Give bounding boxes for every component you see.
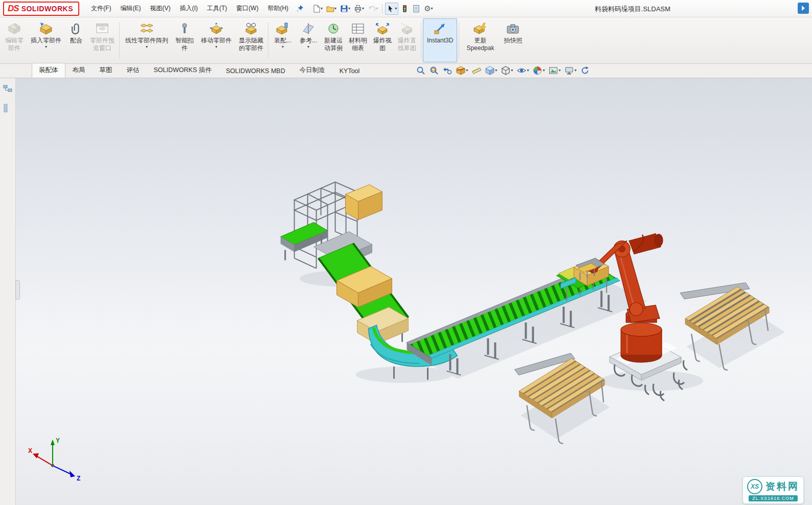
rebuild-button[interactable]: [399, 3, 410, 15]
file-properties-button[interactable]: [411, 3, 422, 15]
dropdown-caret-icon: ▾: [321, 7, 323, 11]
edit-appearance-button[interactable]: ▾: [532, 65, 546, 76]
ribbon-separator: [459, 22, 459, 58]
tab-solidworks-addins[interactable]: SOLIDWORKS 插件: [147, 63, 219, 78]
graphics-viewport[interactable]: X Y Z XS 资料网 ZL.XS1616.COM: [16, 78, 812, 505]
infeed-conveyor[interactable]: [281, 222, 328, 260]
new-document-button[interactable]: ▾: [311, 3, 324, 15]
watermark-url: ZL.XS1616.COM: [749, 495, 798, 501]
apply-scene-button[interactable]: ▾: [548, 65, 561, 76]
menu-help[interactable]: 帮助(H): [263, 2, 293, 15]
menu-file[interactable]: 文件(F): [86, 2, 116, 15]
toolbar-separator: [382, 4, 382, 13]
feature-tree-icon[interactable]: [2, 83, 13, 96]
explode-line-sketch-icon: [400, 22, 414, 35]
bag-on-lift[interactable]: [346, 185, 382, 220]
assembly-features-button[interactable]: 装配... ▾: [270, 18, 296, 62]
print-button[interactable]: ▾: [352, 3, 366, 15]
hide-show-items-button[interactable]: ▾: [516, 65, 530, 76]
bill-of-materials-button[interactable]: 材料明细表: [346, 18, 370, 62]
solidworks-logo-text: SOLIDWORKS: [21, 5, 73, 13]
dropdown-caret-icon: ▾: [334, 7, 336, 11]
undo-button: ▾: [366, 3, 379, 15]
watermark-title: 资料网: [765, 480, 799, 493]
reference-geometry-button[interactable]: 参考... ▾: [296, 18, 321, 62]
quick-access-toolbar: ▾ ▾ ▾ ▾ ▾ ▾: [311, 3, 435, 15]
display-pane-icon[interactable]: [2, 102, 13, 115]
menu-window[interactable]: 窗口(W): [232, 2, 263, 15]
origin-triad: X Y Z: [28, 437, 80, 482]
watermark: XS 资料网 ZL.XS1616.COM: [742, 476, 804, 504]
open-document-button[interactable]: ▾: [325, 3, 338, 15]
mate-button[interactable]: 配合: [65, 18, 87, 62]
linear-component-pattern-button[interactable]: 线性零部件阵列 ▾: [121, 18, 172, 62]
dropdown-caret-icon: ▾: [495, 68, 497, 73]
mate-paperclip-icon: [70, 22, 83, 35]
menu-insert[interactable]: 插入(I): [175, 2, 202, 15]
tab-assembly[interactable]: 装配体: [32, 63, 65, 78]
update-speedpak-button[interactable]: 更新Speedpak: [461, 18, 500, 62]
zoom-fit-button[interactable]: [415, 65, 426, 76]
dropdown-caret-icon: ▾: [574, 68, 576, 73]
speedpak-icon: [473, 22, 487, 35]
assembly-3d-scene[interactable]: X Y Z: [16, 78, 812, 505]
instant3d-button[interactable]: Instant3D: [423, 18, 457, 62]
component-preview-window-button: 零部件预览窗口: [87, 18, 118, 62]
take-snapshot-button[interactable]: 拍快照: [500, 18, 526, 62]
show-hidden-components-icon: [244, 22, 258, 35]
exploded-view-icon: [376, 22, 389, 35]
expand-panel-icon[interactable]: [798, 3, 809, 14]
pin-menu-icon[interactable]: [296, 5, 304, 12]
options-button[interactable]: ⚙ ▾: [422, 3, 434, 14]
dropdown-caret-icon: ▾: [307, 45, 309, 49]
view-settings-button[interactable]: ▾: [563, 65, 577, 76]
tab-sketch[interactable]: 草图: [93, 63, 120, 78]
assembly-features-icon: [276, 22, 289, 35]
solidworks-window: DS SOLIDWORKS 文件(F) 编辑(E) 视图(V) 插入(I) 工具…: [0, 0, 812, 505]
exploded-view-button[interactable]: 爆炸视图: [370, 18, 395, 62]
title-bar: DS SOLIDWORKS 文件(F) 编辑(E) 视图(V) 插入(I) 工具…: [0, 0, 812, 17]
triad-z-label: Z: [77, 475, 80, 482]
gear-icon: ⚙: [424, 5, 431, 12]
ribbon-separator: [119, 22, 120, 58]
solidworks-logo: DS SOLIDWORKS: [3, 2, 79, 16]
feature-manager-collapsed: [0, 78, 16, 505]
insert-components-button[interactable]: 插入零部件 ▾: [27, 18, 65, 62]
document-title: 料袋料码垛项目.SLDASM: [595, 5, 670, 14]
tab-solidworks-mbd[interactable]: SOLIDWORKS MBD: [219, 64, 292, 78]
tab-today-manufacturing[interactable]: 今日制造: [292, 63, 332, 78]
tab-kytool[interactable]: KYTool: [332, 64, 367, 78]
menu-view[interactable]: 视图(V): [145, 2, 175, 15]
dropdown-caret-icon: ▾: [395, 7, 397, 11]
menu-tools[interactable]: 工具(T): [202, 2, 232, 15]
show-hidden-components-button[interactable]: 显示隐藏的零部件: [236, 18, 266, 62]
ribbon-separator: [421, 22, 421, 58]
dropdown-caret-icon: ▾: [215, 45, 217, 49]
new-motion-study-button[interactable]: 新建运动算例: [321, 18, 346, 62]
dropdown-caret-icon: ▾: [527, 68, 529, 73]
display-style-button[interactable]: ▾: [500, 65, 514, 76]
select-tool-button[interactable]: ▾: [385, 3, 398, 15]
dropdown-caret-icon: ▾: [45, 45, 47, 49]
smart-fasteners-button[interactable]: 智能扣件: [172, 18, 197, 62]
zoom-area-button[interactable]: [428, 65, 440, 76]
dropdown-caret-icon: ▾: [466, 68, 468, 73]
tab-evaluate[interactable]: 评估: [120, 63, 147, 78]
dropdown-caret-icon: ▾: [511, 68, 513, 73]
dropdown-caret-icon: ▾: [362, 7, 364, 11]
component-preview-icon: [96, 22, 109, 35]
dropdown-caret-icon: ▾: [543, 68, 545, 73]
move-component-button[interactable]: 移动零部件 ▾: [197, 18, 236, 62]
watermark-logo-icon: XS: [747, 479, 762, 494]
view-orientation-button[interactable]: ▾: [484, 65, 498, 76]
menu-bar: 文件(F) 编辑(E) 视图(V) 插入(I) 工具(T) 窗口(W) 帮助(H…: [86, 2, 293, 15]
tab-layout[interactable]: 布局: [65, 63, 93, 78]
triad-y-label: Y: [56, 437, 60, 444]
explode-line-sketch-button: 爆炸直线草图: [395, 18, 419, 62]
menu-edit[interactable]: 编辑(E): [116, 2, 145, 15]
save-button[interactable]: ▾: [339, 3, 352, 15]
measure-button[interactable]: [471, 65, 482, 76]
rotate-view-button[interactable]: [579, 65, 591, 76]
previous-view-button[interactable]: [442, 65, 453, 76]
section-view-button[interactable]: ▾: [455, 65, 469, 76]
